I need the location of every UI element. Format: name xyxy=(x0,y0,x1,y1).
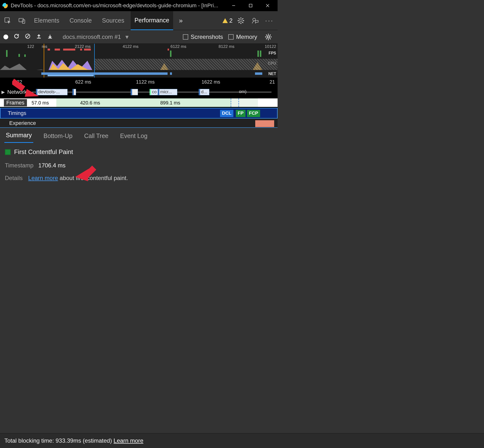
tab-eventlog[interactable]: Event Log xyxy=(119,129,149,143)
timing-fp[interactable]: FP xyxy=(236,110,246,117)
overview-timeline[interactable]: 122 ms 2122 ms 4122 ms 6122 ms 8122 ms 1… xyxy=(0,44,278,78)
network-item[interactable] xyxy=(131,89,138,95)
svg-point-13 xyxy=(267,36,269,38)
settings-icon[interactable] xyxy=(235,15,247,26)
network-item[interactable]: devtools-... xyxy=(36,89,68,95)
frames-row[interactable]: 57.0 ms 420.6 ms 899.1 ms Frames xyxy=(0,97,278,108)
tab-bottomup[interactable]: Bottom-Up xyxy=(42,129,74,143)
network-item: om) xyxy=(238,89,253,95)
inspect-element-icon[interactable] xyxy=(2,15,14,26)
tab-console[interactable]: Console xyxy=(66,11,96,30)
svg-line-10 xyxy=(26,34,29,38)
svg-rect-5 xyxy=(19,18,24,22)
clear-button[interactable] xyxy=(25,33,31,41)
load-profile-button[interactable] xyxy=(36,33,42,41)
reload-button[interactable] xyxy=(14,33,19,41)
svg-point-8 xyxy=(253,18,255,21)
overview-ruler: 122 ms 2122 ms 4122 ms 6122 ms 8122 ms 1… xyxy=(0,44,278,49)
record-button[interactable] xyxy=(3,34,8,39)
timings-row[interactable]: Timings DCL FP FCP xyxy=(0,108,278,119)
window-titlebar: DevTools - docs.microsoft.com/en-us/micr… xyxy=(0,0,278,11)
tab-elements[interactable]: Elements xyxy=(30,11,63,30)
summary-pane: First Contentful Paint Timestamp 1706.4 … xyxy=(0,143,278,184)
learn-more-link[interactable]: Learn more xyxy=(28,175,58,181)
warnings-badge[interactable]: 2 xyxy=(222,17,232,24)
network-item[interactable]: d... xyxy=(199,89,209,95)
experience-block[interactable] xyxy=(255,120,274,127)
timing-fcp[interactable]: FCP xyxy=(247,110,260,117)
window-close-button[interactable] xyxy=(259,0,276,11)
memory-checkbox[interactable]: Memory xyxy=(228,34,257,40)
capture-settings-icon[interactable] xyxy=(263,31,274,43)
experience-row[interactable]: Experience xyxy=(0,119,278,127)
kebab-menu-icon[interactable]: ··· xyxy=(263,17,276,25)
tab-performance[interactable]: Performance xyxy=(131,11,173,30)
timestamp-value: 1706.4 ms xyxy=(38,162,66,169)
device-toolbar-icon[interactable] xyxy=(16,15,28,26)
fps-label: FPS xyxy=(269,51,276,55)
window-maximize-button[interactable] xyxy=(242,0,259,11)
tab-summary[interactable]: Summary xyxy=(4,128,33,143)
performance-toolbar: docs.microsoft.com #1▼ Screenshots Memor… xyxy=(0,30,278,44)
details-tail: about first contentful paint. xyxy=(58,175,128,181)
tab-sources[interactable]: Sources xyxy=(98,11,128,30)
warning-icon xyxy=(222,18,228,23)
overview-dimmed-region xyxy=(95,59,278,70)
network-item[interactable] xyxy=(72,89,76,95)
network-row[interactable]: ▶ Network devtools-... co micr... d... o… xyxy=(0,86,278,97)
detail-ruler[interactable]: 122 622 ms 1122 ms 1622 ms 21 xyxy=(0,78,278,86)
recording-select[interactable]: docs.microsoft.com #1▼ xyxy=(63,34,130,40)
warning-count: 2 xyxy=(229,17,232,24)
tab-calltree[interactable]: Call Tree xyxy=(83,129,110,143)
window-title: DevTools - docs.microsoft.com/en-us/micr… xyxy=(11,2,222,9)
svg-point-7 xyxy=(240,19,242,22)
details-label: Details xyxy=(5,175,23,181)
chevron-down-icon: ▼ xyxy=(124,34,130,40)
summary-tabbar: Summary Bottom-Up Call Tree Event Log xyxy=(0,127,278,143)
network-item[interactable]: micr... xyxy=(158,89,177,95)
network-item[interactable]: co xyxy=(150,89,158,95)
edge-icon xyxy=(2,3,8,8)
timing-dcl[interactable]: DCL xyxy=(220,110,233,117)
devtools-tabbar: Elements Console Sources Performance » 2… xyxy=(0,11,278,30)
timestamp-label: Timestamp xyxy=(5,162,34,169)
more-tabs-button[interactable]: » xyxy=(176,17,186,25)
screenshots-checkbox[interactable]: Screenshots xyxy=(183,34,223,40)
svg-rect-1 xyxy=(249,4,252,7)
save-profile-button[interactable] xyxy=(47,33,53,41)
feedback-icon[interactable] xyxy=(249,15,261,26)
fcp-color-swatch xyxy=(5,149,11,155)
window-minimize-button[interactable] xyxy=(225,0,242,11)
summary-title: First Contentful Paint xyxy=(14,148,73,156)
